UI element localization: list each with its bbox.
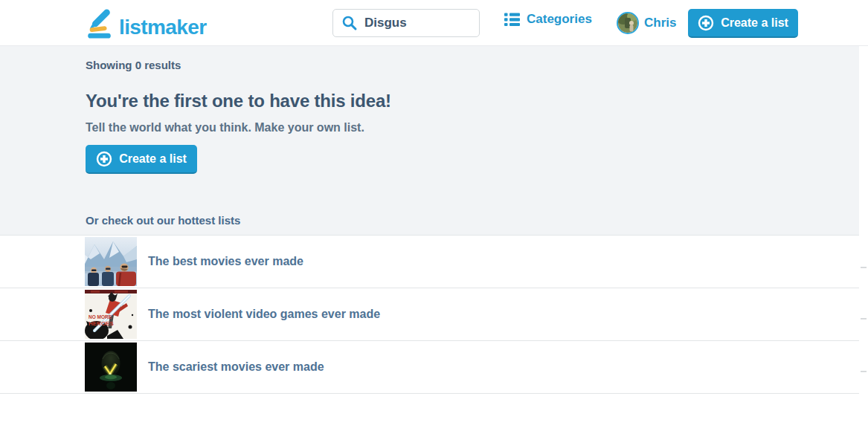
list-item-title: The scariest movies ever made	[148, 360, 324, 374]
hottest-lists-heading: Or check out our hottest lists	[86, 214, 240, 227]
create-a-list-label: Create a list	[721, 16, 788, 30]
user-name: Chris	[644, 16, 676, 30]
everest-movie-poster-thumbnail	[85, 237, 137, 286]
categories-link[interactable]: Categories	[504, 12, 592, 27]
list-item-title: The most violent video games ever made	[148, 308, 380, 321]
list-item[interactable]: NO MORE HEROES The most violent video ga…	[0, 288, 859, 340]
list-item-title: The best movies ever made	[148, 255, 303, 268]
user-menu[interactable]: Chris	[617, 12, 676, 34]
gutter-divider	[861, 371, 867, 372]
pencil-writing-icon	[84, 7, 115, 42]
search-input[interactable]	[364, 16, 469, 30]
gutter-divider	[861, 267, 867, 268]
no-more-heroes-game-cover-thumbnail: NO MORE HEROES	[85, 290, 137, 339]
list-item[interactable]: The scariest movies ever made	[0, 340, 859, 393]
alien-movie-poster-thumbnail	[85, 343, 137, 392]
scrollbar-gutter[interactable]	[859, 46, 868, 425]
listmaker-logo[interactable]: listmaker	[84, 7, 207, 42]
list-item[interactable]: The best movies ever made	[0, 235, 859, 288]
empty-state-subheadline: Tell the world what you think. Make your…	[86, 121, 364, 134]
create-a-list-button-header[interactable]: Create a list	[688, 9, 798, 38]
listmaker-page: listmaker Categories	[0, 0, 868, 425]
results-count: Showing 0 results	[86, 59, 181, 71]
empty-state-headline: You're the first one to have this idea!	[86, 91, 391, 111]
plus-circle-icon	[96, 151, 112, 167]
gutter-divider	[861, 318, 867, 319]
hottest-lists: The best movies ever made	[0, 235, 859, 394]
create-a-list-label: Create a list	[119, 152, 187, 166]
magnifier-icon	[341, 15, 358, 31]
categories-label: Categories	[527, 12, 592, 27]
cover-text-line2: HEROES	[89, 320, 114, 327]
logo-wordmark: listmaker	[119, 13, 207, 42]
empty-results-section: Showing 0 results You're the first one t…	[0, 46, 859, 235]
top-navigation-bar: listmaker Categories	[0, 0, 868, 46]
list-bullets-icon	[504, 13, 520, 27]
cover-text-line1: NO MORE	[89, 314, 112, 319]
create-a-list-button-main[interactable]: Create a list	[86, 145, 197, 174]
user-avatar	[617, 12, 639, 34]
search-box[interactable]	[332, 9, 480, 37]
plus-circle-icon	[698, 15, 714, 31]
